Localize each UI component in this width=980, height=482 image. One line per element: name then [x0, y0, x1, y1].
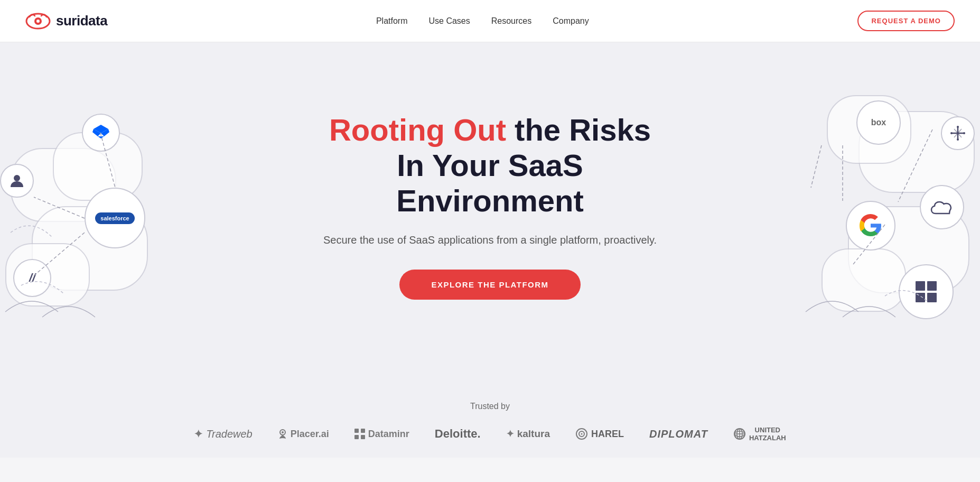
left-arcs: [0, 291, 180, 322]
deloitte-logo: Deloitte.: [435, 427, 481, 441]
hero-title: Rooting Out the Risks In Your SaaS Envir…: [305, 113, 675, 218]
svg-rect-29: [354, 429, 359, 433]
united-hatzalah-logo: UNITEDHATZALAH: [733, 426, 786, 442]
nav-links: Platform Use Cases Resources Company: [376, 16, 589, 26]
nav-use-cases[interactable]: Use Cases: [429, 16, 470, 25]
svg-line-23: [811, 145, 822, 188]
harel-logo: HAREL: [575, 428, 624, 440]
tradeweb-logo: ✦ Tradeweb: [194, 428, 252, 440]
united-hatzalah-text: UNITEDHATZALAH: [749, 426, 786, 442]
navbar: suridata Platform Use Cases Resources Co…: [0, 0, 980, 42]
svg-line-10: [32, 233, 85, 277]
right-arcs: [800, 291, 980, 322]
right-cloud-decoration: box: [800, 85, 980, 338]
svg-point-28: [282, 431, 284, 433]
svg-line-9: [34, 197, 85, 218]
nav-company[interactable]: Company: [553, 16, 589, 25]
kaltura-icon: ✦: [506, 428, 514, 440]
kaltura-text: kaltura: [517, 428, 550, 440]
svg-line-25: [853, 225, 885, 264]
harel-icon: [575, 428, 588, 440]
placerai-logo: Placer.ai: [278, 428, 329, 440]
svg-rect-32: [361, 435, 365, 439]
logo-text: suridata: [56, 13, 107, 29]
svg-line-8: [100, 133, 115, 188]
tradeweb-icon: ✦: [194, 428, 203, 440]
dataminr-text: Dataminr: [368, 429, 409, 440]
svg-line-26: [898, 129, 932, 202]
svg-point-2: [36, 20, 40, 23]
trusted-logos: ✦ Tradeweb Placer.ai Dataminr Deloitte.: [25, 426, 955, 442]
deloitte-text: Deloitte.: [435, 427, 481, 441]
logo[interactable]: suridata: [25, 12, 107, 31]
request-demo-button[interactable]: REQUEST A DEMO: [857, 11, 955, 31]
suridata-logo-icon: [25, 12, 51, 31]
hero-content: Rooting Out the Risks In Your SaaS Envir…: [305, 113, 675, 299]
left-cloud-decoration: salesforce //: [0, 85, 180, 338]
hero-section: salesforce // box: [0, 42, 980, 381]
diplomat-logo: DIPLOMAT: [649, 428, 708, 440]
kaltura-logo: ✦ kaltura: [506, 428, 550, 440]
hero-title-line2: In Your SaaS Environment: [396, 148, 584, 218]
united-hatzalah-icon: [733, 428, 746, 440]
svg-rect-31: [354, 435, 359, 439]
trusted-section: Trusted by ✦ Tradeweb Placer.ai Dataminr: [0, 381, 980, 458]
tradeweb-text: Tradeweb: [206, 428, 252, 440]
dataminr-logo: Dataminr: [354, 429, 409, 440]
hero-title-highlight: Rooting Out: [329, 113, 506, 147]
nav-resources[interactable]: Resources: [491, 16, 531, 25]
harel-text: HAREL: [591, 429, 624, 440]
svg-rect-30: [361, 429, 365, 433]
diplomat-text: DIPLOMAT: [649, 428, 708, 440]
dataminr-icon: [354, 429, 365, 439]
trusted-label: Trusted by: [25, 402, 955, 411]
placerai-icon: [278, 428, 287, 440]
svg-point-35: [581, 433, 582, 435]
hero-subtitle: Secure the use of SaaS applications from…: [305, 231, 675, 248]
nav-platform[interactable]: Platform: [376, 16, 408, 25]
hero-title-rest: the Risks: [506, 113, 651, 147]
placerai-text: Placer.ai: [291, 429, 329, 440]
explore-platform-button[interactable]: EXPLORE THE PLATFORM: [399, 270, 580, 300]
